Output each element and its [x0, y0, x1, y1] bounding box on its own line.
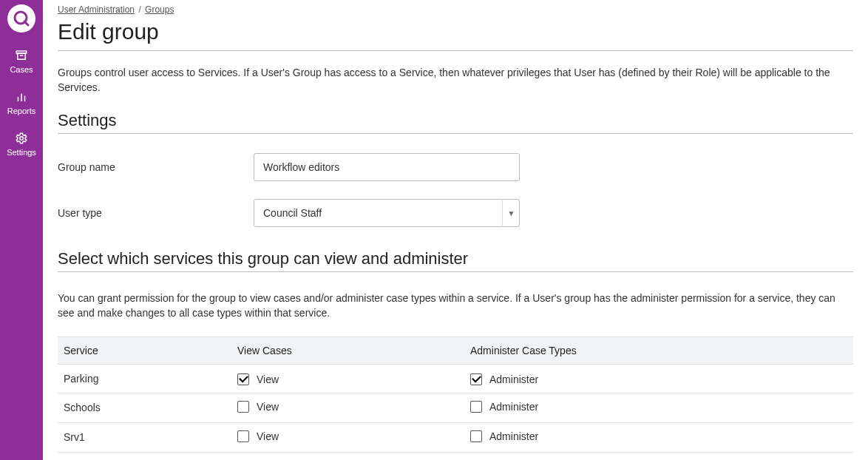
group-name-input[interactable] — [254, 153, 520, 181]
nav-cases[interactable]: Cases — [0, 49, 43, 74]
table-row: SchoolsViewAdminister — [58, 393, 853, 422]
divider — [58, 133, 853, 134]
user-type-select[interactable]: Council Staff — [254, 199, 520, 227]
group-name-label: Group name — [58, 161, 254, 173]
svg-point-8 — [20, 137, 24, 141]
view-checkbox-label: View — [257, 401, 279, 413]
nav-label: Settings — [7, 148, 36, 157]
settings-heading: Settings — [58, 111, 853, 130]
service-name-cell: Srv1 — [58, 422, 231, 452]
breadcrumb-current[interactable]: Groups — [145, 4, 174, 15]
svg-line-1 — [24, 21, 28, 25]
services-description: You can grant permission for the group t… — [58, 291, 853, 320]
bar-chart-icon — [15, 90, 28, 104]
checkbox-icon — [237, 401, 249, 413]
administer-checkbox[interactable]: Administer — [470, 430, 538, 442]
col-admin-header: Administer Case Types — [464, 337, 853, 365]
logo-icon — [13, 10, 30, 27]
checkbox-icon — [237, 373, 249, 385]
main-content: User Administration / Groups Edit group … — [43, 0, 868, 460]
svg-rect-3 — [18, 53, 26, 59]
services-heading: Select which services this group can vie… — [58, 249, 853, 268]
nav-label: Reports — [7, 106, 36, 115]
administer-checkbox[interactable]: Administer — [470, 373, 538, 385]
checkbox-icon — [470, 430, 482, 442]
breadcrumb: User Administration / Groups — [58, 4, 853, 15]
divider — [58, 271, 853, 272]
service-name-cell: Parking — [58, 365, 231, 393]
page-description: Groups control user access to Services. … — [58, 66, 853, 95]
col-view-header: View Cases — [231, 337, 464, 365]
nav-settings[interactable]: Settings — [0, 132, 43, 157]
breadcrumb-parent[interactable]: User Administration — [58, 4, 135, 15]
page-title: Edit group — [58, 19, 853, 44]
services-table: Service View Cases Administer Case Types… — [58, 336, 853, 453]
archive-icon — [15, 49, 28, 62]
checkbox-icon — [237, 430, 249, 442]
checkbox-icon — [470, 373, 482, 385]
col-service-header: Service — [58, 337, 231, 365]
view-checkbox-label: View — [257, 373, 279, 385]
view-checkbox[interactable]: View — [237, 373, 279, 385]
table-row: Srv1ViewAdminister — [58, 422, 853, 452]
sidebar: Cases Reports Settings — [0, 0, 43, 460]
user-type-value: Council Staff — [263, 207, 322, 219]
service-name-cell: Schools — [58, 393, 231, 422]
administer-checkbox-label: Administer — [489, 401, 538, 413]
view-checkbox[interactable]: View — [237, 401, 279, 413]
app-logo — [7, 4, 35, 33]
view-checkbox-label: View — [257, 430, 279, 442]
administer-checkbox-label: Administer — [489, 373, 538, 385]
administer-checkbox[interactable]: Administer — [470, 401, 538, 413]
table-row: ParkingViewAdminister — [58, 365, 853, 393]
nav-reports[interactable]: Reports — [0, 90, 43, 115]
gear-icon — [15, 132, 28, 145]
nav-label: Cases — [10, 65, 33, 74]
checkbox-icon — [470, 401, 482, 413]
administer-checkbox-label: Administer — [489, 430, 538, 442]
divider — [58, 50, 853, 51]
user-type-label: User type — [58, 207, 254, 219]
view-checkbox[interactable]: View — [237, 430, 279, 442]
